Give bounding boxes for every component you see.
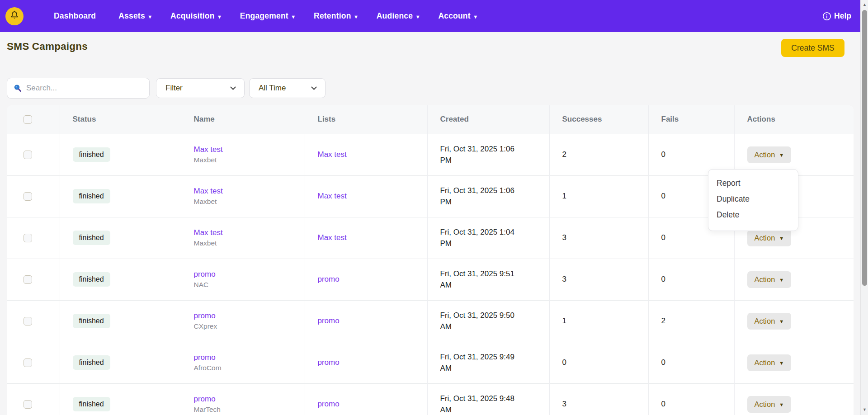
caret-down-icon: ▾ [218, 14, 221, 20]
caret-down-icon: ▼ [779, 360, 784, 366]
caret-down-icon: ▾ [292, 14, 295, 20]
successes-count: 3 [549, 383, 648, 415]
row-checkbox[interactable] [24, 192, 32, 201]
created-date: Fri, Oct 31, 2025 9:49 AM [440, 351, 525, 374]
action-button[interactable]: Action ▼ [747, 313, 792, 330]
list-link[interactable]: Max test [318, 233, 347, 242]
status-badge: finished [73, 355, 110, 370]
action-dropdown-menu: Report Duplicate Delete [708, 169, 798, 231]
row-checkbox[interactable] [24, 151, 32, 159]
list-link[interactable]: promo [318, 400, 340, 408]
fails-count: 0 [648, 259, 734, 300]
nav-item-acquisition[interactable]: Acquisition ▾ [161, 11, 231, 21]
nav-item-label: Assets [118, 11, 145, 21]
row-checkbox[interactable] [24, 234, 32, 242]
action-button-label: Action [755, 234, 775, 242]
row-checkbox[interactable] [24, 400, 32, 409]
action-button[interactable]: Action ▼ [747, 354, 792, 371]
chevron-down-icon [311, 84, 317, 90]
action-button-label: Action [755, 358, 775, 367]
menu-item-duplicate[interactable]: Duplicate [708, 191, 798, 207]
nav-item-label: Dashboard [54, 11, 96, 21]
time-range-value: All Time [259, 84, 286, 93]
list-link[interactable]: promo [318, 275, 340, 283]
successes-count: 3 [549, 217, 648, 259]
campaign-subname: AfroCom [194, 364, 305, 372]
successes-count: 3 [549, 259, 648, 300]
status-badge: finished [73, 314, 110, 328]
campaign-subname: NAC [194, 281, 305, 289]
nav-item-label: Engagement [240, 11, 288, 21]
nav-item-label: Audience [377, 11, 413, 21]
filter-select[interactable]: Filter [156, 78, 245, 98]
search-icon [14, 84, 22, 92]
campaign-name-link[interactable]: promo [194, 311, 216, 320]
nav-item-retention[interactable]: Retention ▾ [304, 11, 367, 21]
campaign-subname: Maxbet [194, 239, 305, 247]
nav-item-dashboard[interactable]: Dashboard [44, 11, 109, 21]
time-range-select[interactable]: All Time [249, 78, 326, 98]
row-checkbox[interactable] [24, 358, 32, 367]
campaign-name-link[interactable]: Max test [194, 228, 223, 237]
top-navbar: Dashboard Assets ▾ Acquisition ▾ Engagem… [0, 0, 860, 32]
filter-select-value: Filter [165, 84, 183, 93]
create-sms-button[interactable]: Create SMS [781, 39, 844, 57]
created-date: Fri, Oct 31, 2025 1:06 PM [440, 143, 525, 166]
action-button-label: Action [755, 275, 775, 284]
info-icon [822, 12, 831, 21]
column-header-fails: Fails [648, 105, 734, 134]
menu-item-report[interactable]: Report [708, 175, 798, 191]
campaign-name-link[interactable]: promo [194, 395, 216, 403]
row-checkbox[interactable] [24, 275, 32, 284]
caret-down-icon: ▾ [149, 14, 151, 20]
table-row: finished promo NAC promo Fri, Oct 31, 20… [7, 259, 854, 300]
caret-down-icon: ▼ [779, 277, 784, 283]
scrollbar-thumb[interactable] [862, 10, 867, 286]
campaign-name-link[interactable]: Max test [194, 187, 223, 195]
list-link[interactable]: promo [318, 358, 340, 367]
action-button-label: Action [755, 317, 775, 325]
campaign-name-link[interactable]: promo [194, 270, 216, 278]
campaign-subname: MarTech [194, 406, 305, 414]
status-badge: finished [73, 147, 110, 162]
select-all-checkbox[interactable] [24, 115, 32, 124]
row-checkbox[interactable] [24, 317, 32, 325]
fails-count: 0 [648, 383, 734, 415]
successes-count: 0 [549, 342, 648, 383]
column-header-name: Name [181, 105, 305, 134]
search-input[interactable] [26, 84, 135, 93]
scroll-down-arrow[interactable]: ▼ [861, 406, 868, 413]
created-date: Fri, Oct 31, 2025 9:51 AM [440, 268, 525, 291]
caret-down-icon: ▼ [779, 319, 784, 324]
nav-item-label: Retention [314, 11, 351, 21]
column-header-successes: Successes [549, 105, 648, 134]
search-box [7, 78, 150, 99]
table-header-row: Status Name Lists Created Successes Fail… [7, 105, 854, 134]
caret-down-icon: ▾ [416, 14, 419, 20]
table-row: finished promo CXprex promo Fri, Oct 31,… [7, 300, 854, 342]
vertical-scrollbar[interactable]: ▲ ▼ [860, 0, 868, 415]
nav-item-account[interactable]: Account ▾ [429, 11, 486, 21]
app-logo[interactable] [5, 7, 24, 25]
action-button[interactable]: Action ▼ [747, 271, 792, 288]
fails-count: 2 [648, 300, 734, 342]
campaigns-table: Status Name Lists Created Successes Fail… [7, 105, 854, 415]
nav-item-help[interactable]: Help [822, 0, 851, 32]
list-link[interactable]: promo [318, 316, 340, 325]
caret-down-icon: ▾ [355, 14, 358, 20]
action-button[interactable]: Action ▼ [747, 146, 792, 163]
action-button[interactable]: Action ▼ [747, 230, 792, 246]
list-link[interactable]: Max test [318, 192, 347, 200]
campaign-name-link[interactable]: promo [194, 353, 216, 362]
nav-item-audience[interactable]: Audience ▾ [367, 11, 429, 21]
menu-item-delete[interactable]: Delete [708, 207, 798, 223]
list-link[interactable]: Max test [318, 150, 347, 159]
nav-item-engagement[interactable]: Engagement ▾ [231, 11, 304, 21]
nav-item-assets[interactable]: Assets ▾ [109, 11, 161, 21]
campaign-name-link[interactable]: Max test [194, 145, 223, 154]
help-label: Help [834, 11, 851, 21]
campaign-subname: CXprex [194, 322, 305, 330]
scroll-up-arrow[interactable]: ▲ [861, 1, 868, 8]
action-button[interactable]: Action ▼ [747, 396, 792, 413]
campaign-subname: Maxbet [194, 156, 305, 164]
